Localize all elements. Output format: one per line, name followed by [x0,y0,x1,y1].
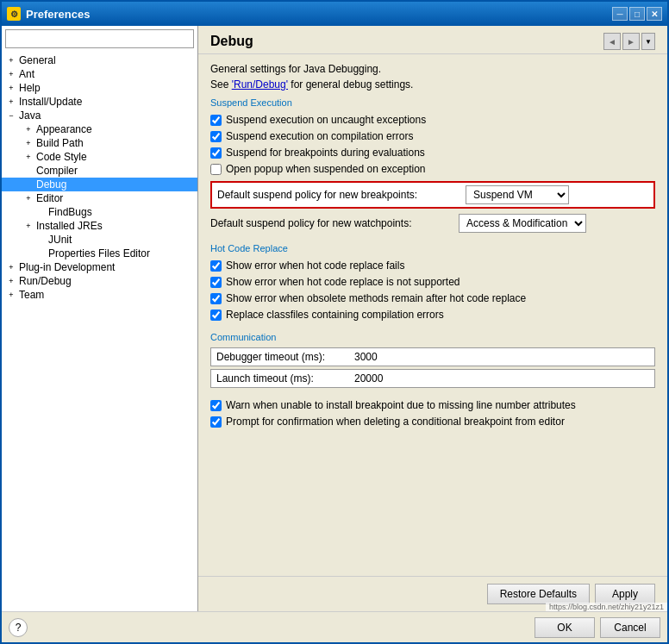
help-button[interactable]: ? [9,618,28,637]
close-button[interactable]: ✕ [647,7,662,21]
debugger-timeout-input[interactable] [354,351,649,363]
sidebar-item-label: Install/Update [19,96,82,108]
checkbox-hcr1[interactable] [210,260,222,272]
sidebar-item-install-update[interactable]: + Install/Update [2,95,197,109]
checkbox-hcr4[interactable] [210,309,222,321]
watermark: https://blog.csdn.net/zhiy21y21z1 [546,603,667,611]
expand-icon-rundebug: + [5,275,17,287]
watchpoints-select[interactable]: Access & Modification Access Modificatio… [459,214,586,233]
launch-timeout-row: Launch timeout (ms): [210,369,655,388]
suspend-execution-section: Suspend Execution Suspend execution on u… [210,97,655,233]
breakpoints-select[interactable]: Suspend VM Suspend Thread [466,185,569,204]
checkbox-row-hcr2: Show error when hot code replace is not … [210,275,655,289]
checkbox-row-cb3: Suspend for breakpoints during evaluatio… [210,146,655,159]
checkbox-row-bc2: Prompt for confirmation when deleting a … [210,415,655,428]
sidebar-item-junit[interactable]: JUnit [2,233,197,247]
sidebar-item-label: Properties Files Editor [48,247,150,259]
sidebar-item-label: Plug-in Development [19,261,115,273]
expand-icon-install: + [5,96,17,108]
expand-icon-compiler [22,165,34,177]
sidebar-item-run-debug[interactable]: + Run/Debug [2,274,197,288]
expand-icon-general: + [5,54,17,66]
breakpoints-row: Default suspend policy for new breakpoin… [210,181,655,209]
hot-code-replace-title: Hot Code Replace [210,243,655,253]
checkbox-bc2[interactable] [210,416,222,428]
cancel-button[interactable]: Cancel [600,617,660,638]
nav-buttons: ◄ ► ▼ [603,33,655,50]
sidebar-item-compiler[interactable]: Compiler [2,164,197,178]
sidebar-item-help[interactable]: + Help [2,81,197,95]
launch-timeout-input[interactable] [354,372,649,385]
run-debug-link[interactable]: 'Run/Debug' [232,78,288,91]
sidebar-item-label: Appearance [36,123,92,135]
checkbox-hcr2[interactable] [210,277,222,288]
sidebar-item-label: Editor [36,192,63,204]
sidebar-item-appearance[interactable]: + Appearance [2,122,197,136]
expand-icon-team: + [5,289,17,301]
title-bar-buttons: ─ □ ✕ [612,7,662,21]
sidebar-item-label: JUnit [48,234,72,246]
debugger-timeout-row: Debugger timeout (ms): [210,347,655,366]
checkbox-label-cb4: Open popup when suspended on exception [226,163,426,175]
sidebar-item-label: Help [19,82,41,94]
checkbox-label-hcr4: Replace classfiles containing compilatio… [226,309,444,321]
checkbox-cb2[interactable] [210,131,222,142]
search-input[interactable] [5,29,194,48]
bottom-buttons: OK Cancel [535,617,660,638]
expand-icon-findbugs [34,206,47,218]
sidebar-item-debug[interactable]: Debug [2,178,197,191]
sidebar-item-plugin-development[interactable]: + Plug-in Development [2,260,197,274]
checkbox-cb1[interactable] [210,115,222,126]
checkbox-label-hcr3: Show error when obsolete methods remain … [226,292,526,304]
sidebar-item-label: Java [19,109,41,122]
restore-button[interactable]: □ [629,7,645,21]
sidebar-item-label: Debug [36,178,66,191]
sidebar-item-general[interactable]: + General [2,53,197,67]
tree-container: + General + Ant + Help + Install/Update [2,52,197,611]
sidebar-item-editor[interactable]: + Editor [2,191,197,205]
sidebar-item-label: Installed JREs [36,220,103,232]
window-title: Preferences [26,8,612,21]
checkbox-hcr3[interactable] [210,293,222,304]
minimize-button[interactable]: ─ [612,7,628,21]
description-link-text: See 'Run/Debug' for general debug settin… [210,78,655,91]
ok-button[interactable]: OK [535,617,595,638]
nav-forward-button[interactable]: ► [622,33,640,50]
sidebar-item-properties-files-editor[interactable]: Properties Files Editor [2,247,197,260]
suspend-execution-title: Suspend Execution [210,97,655,108]
checkbox-row-hcr1: Show error when hot code replace fails [210,259,655,272]
sidebar-item-label: Run/Debug [19,275,72,287]
checkbox-row-cb1: Suspend execution on uncaught exceptions [210,113,655,127]
panel-title: Debug [210,34,253,49]
checkbox-bc1[interactable] [210,400,222,411]
expand-icon-codestyle: + [22,151,34,163]
sidebar-item-code-style[interactable]: + Code Style [2,150,197,164]
checkbox-row-cb4: Open popup when suspended on exception [210,162,655,176]
sidebar-item-ant[interactable]: + Ant [2,67,197,81]
expand-icon-appearance: + [22,123,34,135]
expand-icon-help: + [5,82,17,94]
sidebar-item-label: General [19,54,56,66]
sidebar-item-installed-jres[interactable]: + Installed JREs [2,219,197,233]
window-icon: ⚙ [7,7,21,21]
nav-back-button[interactable]: ◄ [603,33,621,50]
sidebar-item-java[interactable]: − Java [2,109,197,122]
checkbox-row-hcr3: Show error when obsolete methods remain … [210,291,655,305]
expand-icon-junit [34,234,47,246]
checkbox-cb3[interactable] [210,147,222,159]
hot-code-replace-section: Hot Code Replace Show error when hot cod… [210,243,655,322]
apply-button[interactable]: Apply [595,584,655,604]
checkbox-cb4[interactable] [210,164,222,175]
expand-icon-installed-jres: + [22,220,34,232]
watchpoints-row: Default suspend policy for new watchpoin… [210,214,655,233]
nav-dropdown-button[interactable]: ▼ [641,33,655,50]
panel-body: General settings for Java Debugging. See… [198,54,667,576]
sidebar-item-findbugs[interactable]: FindBugs [2,205,197,219]
restore-defaults-button[interactable]: Restore Defaults [487,584,590,604]
sidebar-item-label: Build Path [36,137,84,149]
sidebar-item-build-path[interactable]: + Build Path [2,136,197,150]
watchpoints-label: Default suspend policy for new watchpoin… [210,217,452,229]
expand-icon-ant: + [5,68,17,80]
sidebar-item-team[interactable]: + Team [2,288,197,302]
sidebar: + General + Ant + Help + Install/Update [2,26,198,611]
